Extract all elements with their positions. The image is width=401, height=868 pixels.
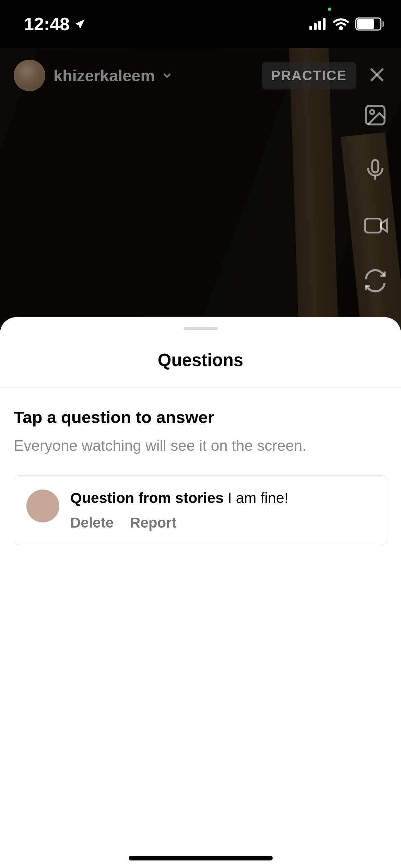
question-actions: Delete Report bbox=[70, 515, 375, 531]
question-sender-avatar bbox=[26, 490, 59, 522]
home-indicator[interactable] bbox=[129, 856, 273, 860]
status-right: 71 bbox=[309, 17, 384, 31]
report-button[interactable]: Report bbox=[130, 515, 176, 531]
battery-level: 71 bbox=[364, 19, 374, 29]
question-line: Question from stories I am fine! bbox=[70, 490, 375, 506]
svg-rect-10 bbox=[365, 219, 381, 233]
switch-camera-button[interactable] bbox=[363, 268, 389, 294]
delete-button[interactable]: Delete bbox=[70, 515, 114, 531]
close-button[interactable] bbox=[367, 64, 387, 86]
status-time: 12:48 bbox=[24, 14, 70, 34]
practice-label: PRACTICE bbox=[271, 68, 347, 83]
switch-camera-icon bbox=[363, 268, 388, 293]
privacy-indicator-dot bbox=[328, 8, 331, 11]
svg-rect-2 bbox=[318, 21, 321, 30]
camera-icon bbox=[363, 213, 389, 238]
gallery-button[interactable] bbox=[363, 103, 389, 129]
microphone-button[interactable] bbox=[363, 158, 389, 184]
svg-point-7 bbox=[370, 110, 374, 114]
chevron-down-icon bbox=[161, 69, 173, 82]
live-header: khizerkaleem PRACTICE bbox=[0, 55, 401, 96]
user-avatar[interactable] bbox=[14, 60, 45, 91]
svg-rect-0 bbox=[309, 26, 312, 30]
question-card[interactable]: Question from stories I am fine! Delete … bbox=[14, 475, 387, 545]
instruction-subheading: Everyone watching will see it on the scr… bbox=[14, 437, 387, 454]
camera-button[interactable] bbox=[363, 213, 389, 239]
svg-rect-3 bbox=[323, 18, 326, 30]
svg-rect-1 bbox=[314, 23, 317, 30]
sheet-content: Tap a question to answer Everyone watchi… bbox=[0, 388, 401, 545]
microphone-icon bbox=[363, 158, 388, 183]
question-source-label: Question from stories bbox=[70, 490, 224, 506]
battery-indicator: 71 bbox=[355, 17, 384, 31]
svg-rect-8 bbox=[372, 160, 378, 172]
status-left: 12:48 bbox=[24, 14, 86, 34]
sheet-drag-handle[interactable] bbox=[184, 327, 218, 330]
live-side-toolbar bbox=[363, 103, 389, 346]
question-body: Question from stories I am fine! Delete … bbox=[70, 490, 375, 531]
username-label: khizerkaleem bbox=[54, 66, 155, 85]
question-text: I am fine! bbox=[228, 490, 288, 506]
status-bar: 12:48 71 bbox=[0, 0, 401, 48]
practice-badge[interactable]: PRACTICE bbox=[262, 62, 356, 89]
cellular-icon bbox=[309, 18, 327, 30]
wifi-icon bbox=[333, 18, 349, 30]
gallery-icon bbox=[363, 103, 388, 128]
close-icon bbox=[367, 64, 387, 85]
location-icon bbox=[74, 18, 86, 30]
username-dropdown[interactable]: khizerkaleem bbox=[54, 66, 173, 85]
instruction-heading: Tap a question to answer bbox=[14, 408, 387, 427]
sheet-title: Questions bbox=[0, 350, 401, 388]
questions-bottom-sheet: Questions Tap a question to answer Every… bbox=[0, 317, 401, 868]
